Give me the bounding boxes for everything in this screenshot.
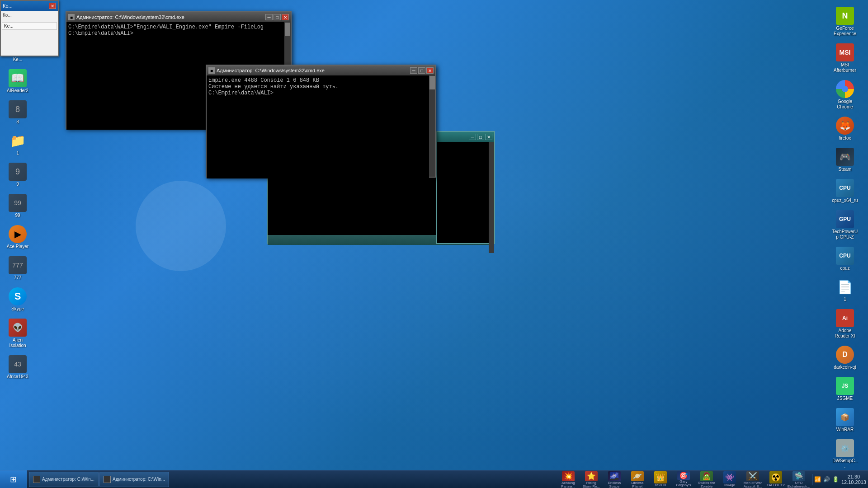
right-sidebar: N GeForce Experience MSI MSI Afterburner… [827, 0, 868, 470]
sidebar-label-99: 99 [15, 213, 20, 218]
cmd-window-2[interactable]: ■ Администратор: C:\Windows\system32\cmd… [206, 65, 436, 178]
small-titlebar: Ко... ✕ [1, 1, 58, 11]
black-window-maximize[interactable]: □ [477, 134, 484, 140]
sidebar-label-darkcoin: darkcoin-qt [834, 365, 856, 370]
taskbar-game-fallout2[interactable]: ☢️ FALLOUT2 [764, 471, 787, 488]
sidebar-item-steam[interactable]: 🎮 Steam [830, 145, 860, 174]
taskbar-game-menofwar-label: Men of WarAssault S... [743, 481, 762, 488]
taskbar-game-ufo-label: UFOExtraterrestr... [788, 481, 810, 488]
cmd1-maximize-button[interactable]: □ [274, 14, 281, 20]
sidebar-item-techpowerup[interactable]: GPU TechPowerUp GPU-Z [830, 208, 860, 242]
cmd1-minimize-button[interactable]: ─ [265, 14, 273, 20]
sidebar-item-aireader[interactable]: 📖 AIReader2 [2, 67, 33, 96]
cmd-titlebar-1: ■ Администратор: C:\Windows\system32\cmd… [66, 12, 291, 22]
sidebar-item-cpuz2[interactable]: CPU cpuz [830, 244, 860, 273]
sidebar-item-africa1943[interactable]: 43 Africa1943 [2, 353, 33, 382]
tray-volume-icon[interactable]: 🔊 [823, 476, 830, 483]
sidebar-label-ke: Ke... [13, 57, 23, 62]
taskbar-game-ksd3[interactable]: 👑 KSD III [649, 471, 672, 488]
black-window-scrollbar[interactable] [489, 142, 494, 253]
cmd1-line2: C:\Empire\data\WALI> [68, 30, 283, 37]
black-window-content [437, 142, 494, 243]
cmd2-line1: Empire.exe 4488 Console 1 6 848 KB [208, 77, 427, 84]
sidebar-item-alien[interactable]: 👽 Alien Isolation [2, 316, 33, 351]
sidebar-item-winrar[interactable]: 📦 WinRAR [830, 406, 860, 435]
taskbar-game-rising[interactable]: ⭐ RisingStormRe... [580, 471, 603, 488]
small-close-button[interactable]: ✕ [49, 3, 56, 9]
cmd-body-2: Empire.exe 4488 Console 1 6 848 KB Систе… [207, 75, 429, 178]
sidebar-item-1file[interactable]: 📄 1 [830, 276, 860, 305]
cmd2-line2: Системе не удается найти указанный путь. [208, 84, 427, 90]
sidebar-item-firefox[interactable]: 🦊 firefox [830, 114, 860, 143]
sidebar-item-8[interactable]: 8 8 [2, 98, 33, 127]
sidebar-item-aceplayer[interactable]: ▶ Ace Player [2, 223, 33, 252]
tray-battery-icon[interactable]: 🔋 [832, 476, 840, 483]
sidebar-label-777: 777 [14, 275, 22, 281]
sidebar-label-chrome: Google Chrome [832, 99, 858, 110]
taskbar-game-fallout2-label: FALLOUT2 [767, 483, 785, 488]
sidebar-item-msi[interactable]: MSI MSI Afterburner [830, 41, 860, 75]
cmd2-maximize-button[interactable]: □ [418, 67, 425, 74]
black-window[interactable]: ─ □ ✕ [436, 131, 495, 244]
cmd2-minimize-button[interactable]: ─ [410, 67, 417, 74]
taskbar-game-lifeless-label: LifelessPlanet [631, 481, 643, 488]
cmd2-close-button[interactable]: ✕ [426, 67, 434, 74]
black-window-close[interactable]: ✕ [485, 134, 492, 140]
taskbar-cmd2-icon [104, 476, 111, 483]
taskbar-game-inv4go[interactable]: 👾 Inv4go [718, 471, 741, 488]
sidebar-label-techpowerup: TechPowerUp GPU-Z [832, 229, 858, 240]
taskbar-game-stubbs[interactable]: 🧟 Stubbs theZombie [695, 471, 718, 488]
small-window[interactable]: Ко... ✕ Ко... Ke... [0, 0, 59, 56]
cmd2-scrollbar[interactable] [429, 75, 435, 177]
sidebar-item-adobe[interactable]: Ai Adobe Reader XI [830, 307, 860, 341]
cmd1-close-button[interactable]: ✕ [282, 14, 289, 20]
cmd2-line3: C:\Empire\data\WALI> [208, 90, 427, 96]
notification-area: 📶 🔊 🔋 21:30 12.10.2013 [812, 474, 868, 485]
taskbar-game-endless[interactable]: 🌌 EndlessSpace [603, 471, 626, 488]
sidebar-label-folder1: 1 [16, 150, 19, 156]
left-sidebar: К Конк... K Ke... 📖 AIReader2 8 8 📁 1 9 … [0, 0, 36, 470]
tray-network-icon[interactable]: 📶 [814, 476, 821, 483]
sidebar-item-cpuz[interactable]: CPU cpuz_x64_ru [830, 177, 860, 206]
sidebar-item-skype[interactable]: S Skype [2, 285, 33, 314]
clock-time: 21:30 [841, 474, 866, 479]
taskbar-cmd1-icon [33, 476, 40, 483]
cmd1-line1: C:\Empire\data\WALI>"Engine/WALI_Engine.… [68, 24, 283, 30]
sidebar-item-folder1[interactable]: 📁 1 [2, 129, 33, 158]
cmd-title-1: Администратор: C:\Windows\system32\cmd.e… [76, 14, 264, 20]
sidebar-item-9[interactable]: 9 9 [2, 160, 33, 189]
sidebar-label-cpuz2: cpuz [840, 266, 849, 271]
desktop: К Конк... K Ke... 📖 AIReader2 8 8 📁 1 9 … [0, 0, 868, 488]
black-window-minimize[interactable]: ─ [469, 134, 476, 140]
taskbar-game-achtung[interactable]: 💥 Achtung Panzer... [557, 471, 580, 488]
start-button[interactable]: ⊞ [0, 470, 27, 488]
sidebar-label-9: 9 [16, 182, 19, 187]
sidebar-item-99[interactable]: 99 99 [2, 192, 33, 221]
sidebar-item-geforce[interactable]: N GeForce Experience [830, 5, 860, 39]
sidebar-label-aireader: AIReader2 [7, 88, 28, 94]
taskbar-game-ksd3-label: KSD III [655, 483, 666, 488]
clock[interactable]: 21:30 12.10.2013 [841, 474, 866, 485]
sidebar-label-firefox: firefox [839, 136, 851, 141]
taskbar-game-menofwar[interactable]: ⚔️ Men of WarAssault S... [741, 471, 764, 488]
sidebar-label-winrar: WinRAR [836, 427, 854, 432]
taskbar-cmd1[interactable]: Администратор: C:\Win... [29, 472, 99, 487]
cmd2-scrollbar-thumb [429, 76, 435, 89]
sidebar-item-chrome[interactable]: Google Chrome [830, 78, 860, 112]
sidebar-label-cpuz: cpuz_x64_ru [832, 198, 858, 203]
sidebar-label-steam: Steam [839, 167, 852, 172]
taskbar-game-achtung-label: Achtung Panzer... [561, 481, 576, 488]
taskbar-cmd2[interactable]: Администратор: C:\Win... [99, 472, 169, 487]
sidebar-item-777[interactable]: 777 777 [2, 254, 33, 283]
sidebar-item-jsgme[interactable]: JS JSGME [830, 375, 860, 404]
taskbar-game-gary[interactable]: 🎯 GaryGrigsby's W... [672, 471, 695, 488]
sidebar-item-dwsetupc[interactable]: ⚙️ DWSetupC... [830, 437, 860, 471]
sidebar-label-skype: Skype [11, 306, 24, 312]
taskbar-game-lifeless[interactable]: 🪐 LifelessPlanet [626, 471, 649, 488]
sidebar-label-msi: MSI Afterburner [832, 62, 858, 73]
sidebar-item-darkcoin[interactable]: D darkcoin-qt [830, 343, 860, 372]
sidebar-label-jsgme: JSGME [837, 396, 853, 401]
clock-date: 12.10.2013 [841, 479, 866, 485]
sidebar-label-aceplayer: Ace Player [7, 244, 28, 249]
taskbar-game-ufo[interactable]: 🛸 UFOExtraterrestr... [788, 471, 810, 488]
